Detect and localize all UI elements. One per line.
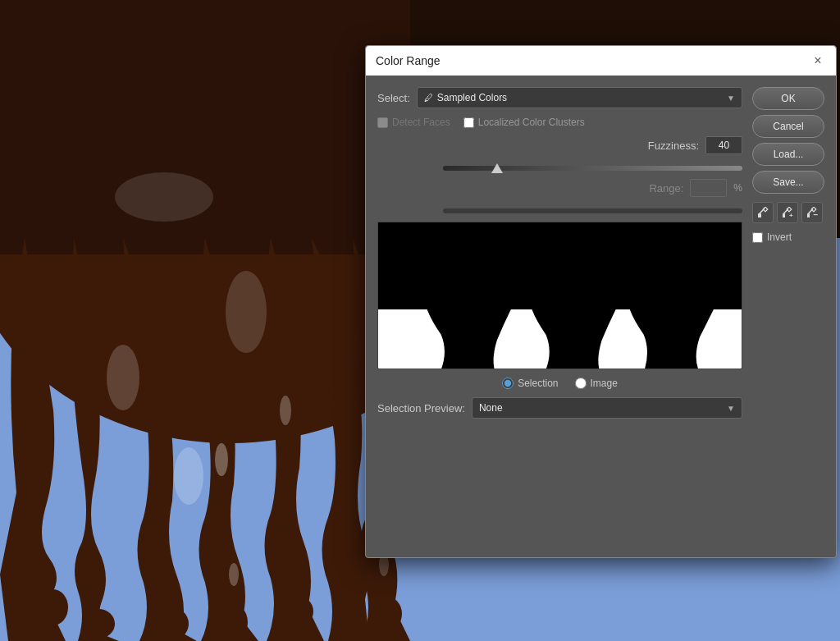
radio-row: Selection Image — [377, 378, 742, 389]
fuzziness-value-input[interactable]: 40 — [705, 136, 742, 154]
range-label: Range: — [377, 182, 683, 195]
selection-preview-label: Selection Preview: — [377, 402, 465, 414]
eyedropper-add-icon: + — [782, 207, 793, 218]
eyedropper-tools-row: + − — [752, 202, 826, 223]
invert-checkbox[interactable] — [752, 232, 763, 243]
selection-preview-arrow: ▼ — [727, 404, 735, 413]
svg-rect-29 — [787, 207, 792, 212]
eyedropper-sample-icon — [757, 207, 769, 218]
svg-text:−: − — [814, 210, 819, 218]
image-radio-label: Image — [591, 378, 618, 389]
eyedropper-subtract-icon: − — [806, 207, 818, 218]
svg-point-4 — [39, 589, 68, 625]
svg-point-11 — [280, 396, 291, 425]
dialog-main-content: Select: 🖊 Sampled Colors ▼ Detect Faces — [377, 87, 742, 546]
dialog-title: Color Range — [376, 54, 441, 67]
range-slider-track[interactable] — [443, 208, 742, 213]
svg-point-17 — [107, 345, 139, 410]
image-radio[interactable] — [575, 378, 587, 389]
load-button[interactable]: Load... — [752, 143, 824, 166]
selection-preview-value: None — [479, 402, 503, 414]
svg-point-5 — [82, 609, 115, 639]
detect-faces-checkbox[interactable] — [377, 117, 388, 128]
svg-rect-3 — [0, 0, 410, 254]
select-label: Select: — [377, 92, 410, 104]
svg-point-8 — [215, 443, 228, 476]
svg-rect-24 — [758, 213, 761, 217]
eyedropper-sample-button[interactable] — [752, 202, 774, 223]
eyedropper-icon-select: 🖊 — [424, 93, 433, 103]
eyedropper-add-button[interactable]: + — [777, 202, 798, 223]
cancel-button[interactable]: Cancel — [752, 115, 824, 138]
selection-radio[interactable] — [502, 378, 514, 389]
range-value-box — [690, 179, 727, 197]
svg-point-9 — [229, 563, 239, 586]
fuzziness-row: Fuzziness: 40 — [377, 136, 742, 154]
svg-rect-26 — [763, 207, 768, 212]
detect-faces-checkbox-item[interactable]: Detect Faces — [377, 117, 450, 128]
localized-clusters-checkbox[interactable] — [463, 117, 474, 128]
invert-row: Invert — [752, 231, 826, 243]
detect-faces-label: Detect Faces — [392, 117, 450, 128]
select-dropdown[interactable]: 🖊 Sampled Colors ▼ — [417, 87, 742, 108]
svg-text:+: + — [789, 212, 793, 218]
localized-clusters-checkbox-item[interactable]: Localized Color Clusters — [463, 117, 585, 128]
select-value: Sampled Colors — [437, 92, 507, 103]
color-range-dialog: Color Range × Select: 🖊 Sampled Colors ▼ — [365, 45, 837, 558]
dialog-body: Select: 🖊 Sampled Colors ▼ Detect Faces — [366, 76, 836, 557]
dialog-buttons-panel: OK Cancel Load... Save... — [752, 87, 826, 546]
select-dropdown-arrow: ▼ — [727, 94, 735, 103]
selection-radio-item[interactable]: Selection — [502, 378, 558, 389]
dialog-close-button[interactable]: × — [810, 53, 826, 69]
dialog-titlebar: Color Range × — [366, 46, 836, 76]
preview-image — [378, 222, 742, 369]
select-row: Select: 🖊 Sampled Colors ▼ — [377, 87, 742, 108]
svg-point-6 — [148, 606, 189, 641]
svg-point-15 — [115, 172, 213, 222]
svg-rect-31 — [807, 213, 810, 217]
preview-box — [377, 222, 742, 369]
svg-point-7 — [212, 602, 248, 641]
svg-point-18 — [174, 447, 203, 505]
image-radio-item[interactable]: Image — [575, 378, 618, 389]
checkbox-row: Detect Faces Localized Color Clusters — [377, 117, 742, 128]
save-button[interactable]: Save... — [752, 171, 824, 194]
fuzziness-label: Fuzziness: — [377, 140, 699, 152]
range-slider-container — [377, 205, 742, 213]
fuzziness-slider-track[interactable] — [443, 166, 742, 171]
svg-point-12 — [369, 596, 402, 632]
svg-rect-27 — [783, 213, 785, 217]
selection-preview-dropdown[interactable]: None ▼ — [472, 397, 742, 419]
svg-point-10 — [277, 595, 313, 628]
selection-preview-row: Selection Preview: None ▼ — [377, 397, 742, 422]
range-percent: % — [733, 182, 742, 194]
fuzziness-slider-container — [377, 163, 742, 171]
selection-radio-label: Selection — [518, 378, 558, 389]
localized-clusters-label: Localized Color Clusters — [478, 117, 585, 128]
fuzziness-slider-thumb[interactable] — [491, 163, 503, 173]
range-row: Range: % — [377, 179, 742, 197]
eyedropper-subtract-button[interactable]: − — [801, 202, 823, 223]
svg-point-16 — [226, 271, 267, 353]
invert-label: Invert — [767, 231, 792, 243]
ok-button[interactable]: OK — [752, 87, 824, 110]
